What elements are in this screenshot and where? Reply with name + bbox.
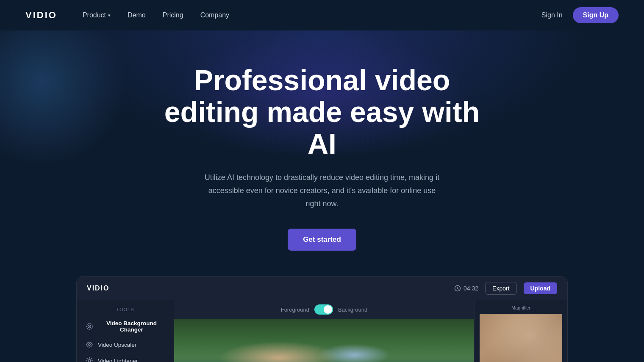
video-frame xyxy=(174,319,474,362)
hero-subtitle: Utilize AI technology to drastically red… xyxy=(203,171,441,210)
nav-logo[interactable]: VIDIO xyxy=(25,10,57,21)
nav-item-demo[interactable]: Demo xyxy=(128,11,146,19)
eye-icon xyxy=(85,340,94,349)
tool-item-lightener[interactable]: Video Lightener xyxy=(77,353,174,362)
nav-item-pricing[interactable]: Pricing xyxy=(163,11,183,19)
tool-label: Video Lightener xyxy=(98,358,138,362)
app-header: VIDIO 04:32 Export Upload xyxy=(77,276,567,300)
nav-item-company[interactable]: Company xyxy=(200,11,229,19)
svg-point-4 xyxy=(89,344,90,345)
tool-item-background-changer[interactable]: Video Background Changer xyxy=(77,316,174,337)
nav-item-product[interactable]: Product ▾ xyxy=(83,11,111,19)
sign-up-button[interactable]: Sign Up xyxy=(573,7,619,23)
hero-section: Professional video editing made easy wit… xyxy=(0,30,644,362)
sun-icon xyxy=(85,356,94,362)
svg-line-10 xyxy=(87,358,88,359)
app-toolbar: Foreground Background xyxy=(174,300,474,319)
nav-actions: Sign In Sign Up xyxy=(541,7,619,23)
magnifier-thumbnail xyxy=(480,314,562,362)
app-body: Tools Video Background Changer xyxy=(77,300,567,362)
clock-icon xyxy=(454,285,461,292)
magnifier-heading: Magnifier xyxy=(480,305,562,310)
tool-label: Video Background Changer xyxy=(98,320,165,333)
export-button[interactable]: Export xyxy=(485,282,516,295)
app-header-right: 04:32 Export Upload xyxy=(454,282,557,295)
background-label: Background xyxy=(338,307,367,313)
video-placeholder xyxy=(174,319,474,362)
hero-title: Professional video editing made easy wit… xyxy=(163,64,481,159)
navbar: VIDIO Product ▾ Demo Pricing Company Sig… xyxy=(0,0,644,30)
foreground-label: Foreground xyxy=(281,307,309,313)
app-timer: 04:32 xyxy=(454,285,478,292)
nav-links: Product ▾ Demo Pricing Company xyxy=(83,11,541,19)
chevron-down-icon: ▾ xyxy=(108,13,111,18)
sign-in-button[interactable]: Sign In xyxy=(541,11,563,19)
upload-button[interactable]: Upload xyxy=(524,282,557,294)
tools-heading: Tools xyxy=(77,307,174,316)
app-sidebar: Tools Video Background Changer xyxy=(77,300,174,362)
svg-point-3 xyxy=(89,326,90,327)
app-logo: VIDIO xyxy=(87,285,110,292)
toggle-knob xyxy=(324,305,332,314)
target-icon xyxy=(85,322,94,331)
svg-point-5 xyxy=(88,359,91,362)
tool-label: Video Upscaler xyxy=(98,342,136,348)
get-started-button[interactable]: Get started xyxy=(288,229,356,251)
app-preview: VIDIO 04:32 Export Upload Tools xyxy=(76,276,568,362)
svg-line-12 xyxy=(91,358,92,359)
app-main: Foreground Background xyxy=(174,300,474,362)
app-magnifier: Magnifier xyxy=(474,300,567,362)
fg-bg-toggle[interactable] xyxy=(314,304,333,315)
tool-item-upscaler[interactable]: Video Upscaler xyxy=(77,337,174,353)
